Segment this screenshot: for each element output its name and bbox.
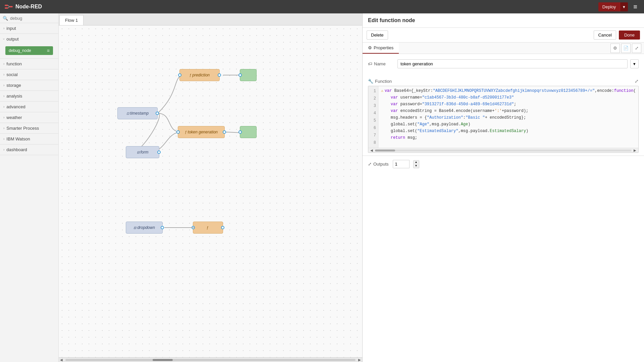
code-editor[interactable]: 1 2 3 4 5 6 7 8 ⚠ var Base64={_keyStr:"A… (368, 86, 639, 153)
outputs-decrement-button[interactable]: ▼ (414, 164, 419, 168)
flow-canvas[interactable]: ƒ prediction ⊡ timestamp ƒ token generat… (59, 25, 362, 362)
tab-gear-button[interactable]: ⚙ (610, 44, 620, 53)
node-port-prediction-out (218, 73, 221, 77)
code-scroll-left[interactable]: ◀ (369, 148, 374, 152)
sidebar-item-function[interactable]: › function (0, 59, 58, 69)
tab-doc-button[interactable]: 📄 (621, 44, 631, 53)
function-icon-prediction: ƒ (190, 73, 192, 77)
svg-rect-2 (9, 6, 13, 7)
delete-button[interactable]: Delete (367, 31, 388, 40)
name-input[interactable] (397, 59, 628, 68)
node-label-token: token generation (188, 130, 218, 134)
sidebar-label-output: output (6, 37, 18, 42)
cancel-button[interactable]: Cancel (594, 31, 616, 40)
sidebar-arrow-smarter-process: › (3, 126, 4, 130)
node-debug2[interactable] (240, 126, 257, 138)
menu-button[interactable]: ≡ (631, 2, 640, 12)
sidebar-item-smarter-process[interactable]: › Smarter Process (0, 123, 58, 133)
function-header: 🔧 Function ⤢ (368, 78, 639, 84)
node-port-timestamp-out (156, 112, 159, 115)
props-tabs: ⚙ Properties ⚙ 📄 ⤢ (363, 43, 644, 54)
outputs-spinner: ▲ ▼ (413, 160, 419, 168)
props-content: 🏷 Name ▾ (363, 54, 644, 78)
deploy-arrow-button[interactable]: ▾ (620, 2, 628, 11)
node-func2[interactable]: ƒ (193, 222, 223, 234)
search-input[interactable] (10, 16, 59, 21)
sidebar-item-social[interactable]: › social (0, 69, 58, 80)
sidebar-item-analysis[interactable]: › analysis (0, 91, 58, 101)
tab-expand-button[interactable]: ⤢ (632, 44, 641, 53)
line-numbers: 1 2 3 4 5 6 7 8 (368, 86, 378, 148)
svg-rect-1 (5, 7, 8, 9)
expand-button[interactable]: ⤢ (635, 78, 639, 84)
node-port-form-out (157, 150, 161, 154)
node-port-token-out (223, 130, 226, 134)
code-line-1: ⚠ var Base64={_keyStr:"ABCDEFGHIJKLMNOPQ… (381, 87, 636, 94)
editor-panel: Edit function node Delete Cancel Done ⚙ … (362, 13, 644, 362)
sidebar-section-dashboard: › dashboard (0, 144, 58, 155)
sidebar-item-ibm-watson[interactable]: › IBM Watson (0, 134, 58, 144)
code-content[interactable]: ⚠ var Base64={_keyStr:"ABCDEFGHIJKLMNOPQ… (378, 86, 638, 148)
outputs-label: ⤢ Outputs (368, 162, 389, 167)
sidebar-item-input[interactable]: › input (0, 23, 58, 34)
name-row: 🏷 Name ▾ (368, 59, 639, 68)
node-timestamp[interactable]: ⊡ timestamp (117, 107, 158, 119)
node-port-prediction-in (178, 73, 181, 77)
code-line-6: global.set("Age",msg.payload.Age) (381, 121, 636, 128)
debug-lines-icon: ≡ (47, 48, 50, 53)
node-port-dropdown-out (161, 226, 164, 229)
name-dropdown-button[interactable]: ▾ (630, 59, 639, 68)
done-button[interactable]: Done (619, 31, 640, 40)
node-dropdown[interactable]: ⊟ dropdown (126, 222, 163, 234)
sidebar-label-smarter-process: Smarter Process (6, 126, 39, 131)
deploy-button[interactable]: Deploy (598, 2, 620, 11)
svg-rect-0 (5, 5, 8, 6)
node-prediction[interactable]: ƒ prediction (179, 69, 220, 81)
sidebar-item-output[interactable]: › output (0, 34, 58, 44)
debug-node-label: debug_node (9, 48, 31, 53)
outputs-increment-button[interactable]: ▲ (414, 161, 419, 164)
code-line-4: var encodedString = Base64.encode(userna… (381, 108, 636, 114)
outputs-row: ⤢ Outputs ▲ ▼ (363, 156, 644, 172)
code-scroll-right[interactable]: ▶ (632, 148, 638, 152)
line-num-4: 4 (368, 110, 378, 117)
sidebar-label-storage: storage (6, 83, 21, 88)
code-line-5: msg.headers = {"Authorization":"Basic "+… (381, 114, 636, 121)
sidebar-arrow-dashboard: › (3, 148, 4, 152)
sidebar-arrow-storage: › (3, 83, 4, 87)
flow-tab-1[interactable]: Flow 1 (59, 15, 84, 25)
code-line-7: global.set("EstimatedSalary",msg.payload… (381, 128, 636, 134)
node-label-dropdown: dropdown (137, 225, 155, 230)
gear-icon-tab: ⚙ (368, 45, 372, 50)
sidebar-label-dashboard: dashboard (6, 147, 27, 152)
sidebar-item-dashboard[interactable]: › dashboard (0, 144, 58, 155)
line-num-1: 1 (368, 87, 378, 95)
node-label-form: form (141, 150, 149, 155)
line-num-2: 2 (368, 95, 378, 102)
scroll-left-button[interactable]: ◀ (59, 358, 64, 362)
outputs-icon: ⤢ (368, 162, 372, 167)
debug-node[interactable]: debug_node ≡ (5, 46, 53, 55)
sidebar-section-output: › output debug_node ≡ (0, 34, 58, 59)
node-token-generation[interactable]: ƒ token generation (178, 126, 225, 138)
editor-toolbar: Delete Cancel Done (363, 28, 644, 43)
topbar-right: Deploy ▾ ≡ (598, 2, 640, 12)
sidebar-label-input: input (6, 26, 16, 31)
node-form[interactable]: ⊟ form (126, 146, 159, 158)
sidebar-section-weather: › weather (0, 112, 58, 123)
node-port-debug2-in (238, 130, 242, 134)
form-icon: ⊟ (137, 150, 140, 154)
tab-properties[interactable]: ⚙ Properties (363, 43, 399, 54)
sidebar-item-storage[interactable]: › storage (0, 80, 58, 90)
sidebar-section-social: › social (0, 69, 58, 80)
sidebar-item-weather[interactable]: › weather (0, 112, 58, 123)
sidebar-item-advanced[interactable]: › advanced (0, 102, 58, 112)
outputs-input[interactable] (393, 160, 410, 168)
scroll-right-button[interactable]: ▶ (357, 358, 362, 362)
code-hscroll: ◀ ▶ (368, 148, 638, 153)
tag-icon: 🏷 (368, 61, 372, 66)
editor-toolbar-right: Cancel Done (594, 31, 640, 40)
sidebar-label-analysis: analysis (6, 94, 22, 99)
deploy-group: Deploy ▾ (598, 2, 628, 11)
node-debug1[interactable] (240, 69, 257, 81)
